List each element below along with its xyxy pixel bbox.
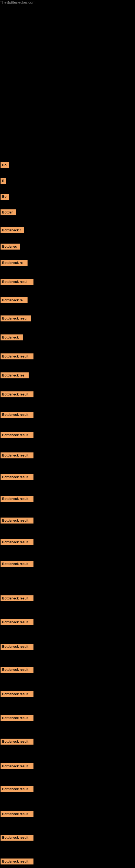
- result-row: Bottleneck result: [1, 715, 34, 721]
- result-label[interactable]: Bottleneck result: [1, 496, 34, 502]
- result-row: Bottlen: [1, 209, 16, 215]
- result-label[interactable]: Bottleneck result: [1, 739, 34, 745]
- result-label[interactable]: Bottleneck result: [1, 392, 34, 397]
- result-label[interactable]: Bottleneck resul: [1, 279, 34, 285]
- result-row: Bottleneck result: [1, 539, 34, 545]
- result-row: Bottleneck re: [1, 297, 28, 303]
- result-label[interactable]: Bottleneck result: [1, 786, 34, 792]
- result-row: Bottleneck result: [1, 412, 34, 418]
- result-label[interactable]: Bottleneck result: [1, 518, 34, 524]
- result-row: Bottleneck result: [1, 392, 34, 397]
- result-row: Bottleneck result: [1, 786, 34, 792]
- result-row: Bottleneck result: [1, 835, 34, 841]
- result-row: Bottleneck result: [1, 432, 34, 438]
- result-label[interactable]: Bottleneck result: [1, 619, 34, 625]
- result-row: Bottleneck result: [1, 811, 34, 817]
- result-label[interactable]: Bottleneck re: [1, 297, 28, 303]
- result-row: Bottleneck result: [1, 561, 34, 567]
- result-label[interactable]: Bottlenec: [1, 244, 20, 250]
- result-label[interactable]: Bottleneck result: [1, 453, 34, 458]
- result-label[interactable]: Bottleneck result: [1, 859, 34, 865]
- result-label[interactable]: Bottleneck result: [1, 353, 34, 360]
- result-row: Bottleneck result: [1, 667, 34, 673]
- result-label[interactable]: Bottleneck result: [1, 835, 34, 841]
- result-label[interactable]: B: [1, 178, 6, 184]
- result-label[interactable]: Bo: [1, 162, 9, 168]
- result-row: Bottleneck resul: [1, 279, 34, 285]
- result-row: Bottleneck resu: [1, 315, 31, 321]
- result-label[interactable]: Bottlen: [1, 209, 16, 215]
- result-row: Bottleneck r: [1, 227, 24, 233]
- result-row: Bottleneck result: [1, 595, 34, 601]
- result-label[interactable]: Bottleneck result: [1, 811, 34, 817]
- result-label[interactable]: Bottleneck result: [1, 561, 34, 567]
- result-label[interactable]: Bottleneck result: [1, 715, 34, 721]
- result-row: Bottleneck result: [1, 859, 34, 865]
- result-label[interactable]: Bottleneck result: [1, 412, 34, 418]
- result-label[interactable]: Bottleneck result: [1, 539, 34, 545]
- result-row: Bottleneck result: [1, 518, 34, 524]
- result-label[interactable]: Bottleneck result: [1, 595, 34, 601]
- result-row: Bo: [1, 194, 9, 199]
- result-row: B: [1, 178, 6, 184]
- result-row: Bottleneck result: [1, 739, 34, 745]
- result-label[interactable]: Bottleneck resu: [1, 315, 31, 321]
- site-title-bar: TheBottlenecker.com: [0, 0, 135, 5]
- result-row: Bo: [1, 162, 9, 168]
- result-label[interactable]: Bottleneck res: [1, 372, 29, 378]
- result-label[interactable]: Bo: [1, 194, 9, 199]
- result-row: Bottleneck result: [1, 644, 34, 650]
- result-row: Bottlenec: [1, 244, 20, 250]
- result-label[interactable]: Bottleneck re: [1, 260, 28, 266]
- result-row: Bottleneck result: [1, 474, 34, 480]
- result-label[interactable]: Bottleneck result: [1, 432, 34, 438]
- result-row: Bottleneck result: [1, 763, 34, 769]
- result-row: Bottleneck res: [1, 372, 29, 378]
- result-row: Bottleneck result: [1, 496, 34, 502]
- result-row: Bottleneck result: [1, 691, 34, 697]
- result-label[interactable]: Bottleneck result: [1, 667, 34, 673]
- result-row: Bottleneck re: [1, 260, 28, 266]
- result-row: Bottleneck result: [1, 353, 34, 360]
- result-label[interactable]: Bottleneck result: [1, 691, 34, 697]
- result-row: Bottleneck result: [1, 619, 34, 625]
- result-label[interactable]: Bottleneck result: [1, 644, 34, 650]
- result-label[interactable]: Bottleneck result: [1, 763, 34, 769]
- result-label[interactable]: Bottleneck result: [1, 474, 34, 480]
- result-label[interactable]: Bottleneck r: [1, 227, 24, 233]
- result-row: Bottleneck: [1, 335, 23, 340]
- result-row: Bottleneck result: [1, 453, 34, 458]
- result-label[interactable]: Bottleneck: [1, 335, 23, 340]
